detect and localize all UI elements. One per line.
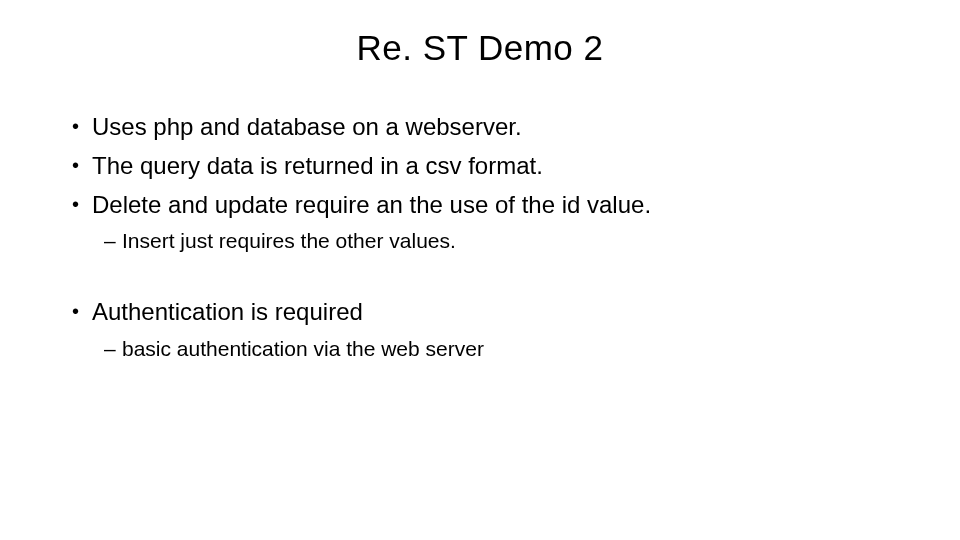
list-item-sub: – Insert just requires the other values. — [104, 226, 890, 256]
bullet-icon: • — [70, 295, 92, 327]
bullet-icon: • — [70, 188, 92, 220]
bullet-text: The query data is returned in a csv form… — [92, 149, 890, 184]
list-item-sub: – basic authentication via the web serve… — [104, 334, 890, 364]
bullet-text: Delete and update require an the use of … — [92, 188, 890, 223]
bullet-text: Authentication is required — [92, 295, 890, 330]
list-item: • Uses php and database on a webserver. — [70, 110, 890, 145]
list-item: • Authentication is required — [70, 295, 890, 330]
slide: Re. ST Demo 2 • Uses php and database on… — [0, 0, 960, 540]
bullet-icon: • — [70, 149, 92, 181]
bullet-text: Insert just requires the other values. — [122, 226, 890, 256]
spacer — [70, 261, 890, 295]
list-item: • The query data is returned in a csv fo… — [70, 149, 890, 184]
slide-content: • Uses php and database on a webserver. … — [70, 110, 890, 364]
slide-title: Re. ST Demo 2 — [70, 28, 890, 68]
list-item: • Delete and update require an the use o… — [70, 188, 890, 223]
bullet-text: Uses php and database on a webserver. — [92, 110, 890, 145]
dash-icon: – — [104, 226, 122, 256]
dash-icon: – — [104, 334, 122, 364]
bullet-icon: • — [70, 110, 92, 142]
bullet-text: basic authentication via the web server — [122, 334, 890, 364]
